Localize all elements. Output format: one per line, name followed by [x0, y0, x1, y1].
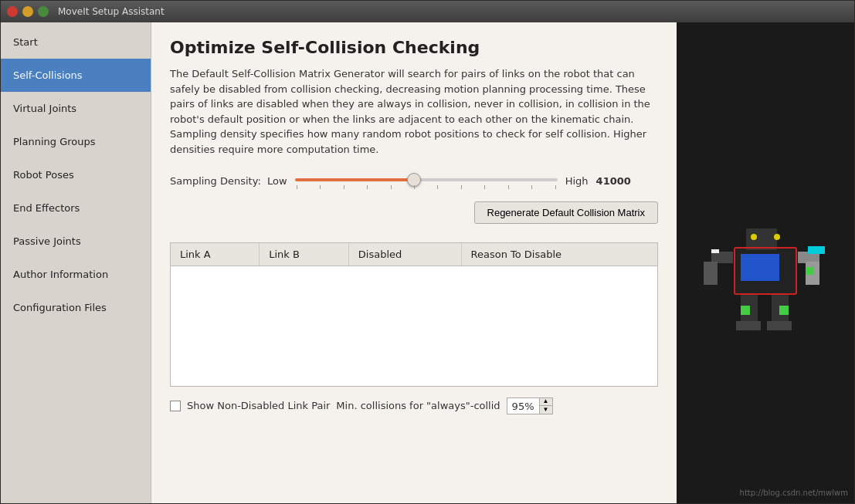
table-header-row: Link A Link B Disabled Reason To Disable — [171, 243, 657, 266]
table-empty-row — [171, 266, 657, 386]
svg-rect-2 — [746, 228, 777, 250]
svg-rect-1 — [741, 254, 779, 281]
spinner-value: 95% — [507, 398, 540, 414]
svg-rect-17 — [711, 249, 719, 253]
spinner-down-button[interactable]: ▼ — [540, 406, 552, 414]
robot-view: http://blog.csdn.net/mwlwm — [677, 22, 854, 503]
col-disabled: Disabled — [348, 243, 461, 266]
svg-rect-19 — [808, 246, 825, 254]
slider-label: Sampling Density: Low — [170, 175, 287, 187]
col-link-b: Link B — [260, 243, 349, 266]
svg-rect-13 — [806, 267, 813, 275]
window-title: MoveIt Setup Assistant — [58, 6, 165, 17]
sampling-density-slider[interactable] — [295, 178, 558, 181]
sidebar-item-configuration-files[interactable]: Configuration Files — [1, 291, 151, 324]
spinner: 95% ▲ ▼ — [507, 397, 553, 414]
checkbox-label: Show Non-Disabled Link Pair — [187, 400, 330, 411]
titlebar: MoveIt Setup Assistant — [1, 1, 854, 22]
min-collisions-label: Min. collisions for "always"-collid — [336, 400, 500, 411]
page-title: Optimize Self-Collision Checking — [170, 38, 658, 57]
watermark: http://blog.csdn.net/mwlwm — [740, 489, 848, 497]
sidebar-item-author-information[interactable]: Author Information — [1, 258, 151, 291]
close-button[interactable] — [7, 6, 18, 17]
svg-rect-9 — [736, 321, 761, 330]
slider-value: 41000 — [596, 175, 635, 187]
description-text: The Default Self-Collision Matrix Genera… — [170, 66, 658, 157]
svg-point-14 — [751, 234, 757, 240]
robot-svg — [688, 186, 843, 340]
collision-table: Link A Link B Disabled Reason To Disable — [170, 242, 658, 387]
maximize-button[interactable] — [38, 6, 49, 17]
svg-rect-10 — [767, 321, 792, 330]
svg-rect-12 — [779, 306, 789, 315]
minimize-button[interactable] — [22, 6, 33, 17]
sidebar-item-planning-groups[interactable]: Planning Groups — [1, 125, 151, 158]
sidebar-item-self-collisions[interactable]: Self-Collisions — [1, 59, 151, 92]
svg-rect-4 — [704, 262, 718, 285]
main-content: Optimize Self-Collision Checking The Def… — [151, 22, 677, 503]
slider-high-label: High — [565, 175, 589, 187]
col-link-a: Link A — [171, 243, 260, 266]
sidebar-item-passive-joints[interactable]: Passive Joints — [1, 225, 151, 258]
main-window: MoveIt Setup Assistant Start Self-Collis… — [0, 0, 855, 504]
svg-rect-11 — [741, 306, 750, 315]
sidebar-item-virtual-joints[interactable]: Virtual Joints — [1, 92, 151, 125]
sidebar-item-robot-poses[interactable]: Robot Poses — [1, 158, 151, 191]
svg-point-15 — [774, 234, 780, 240]
bottom-row: Show Non-Disabled Link Pair Min. collisi… — [170, 397, 658, 414]
show-non-disabled-checkbox[interactable] — [170, 401, 181, 411]
regen-row: Regenerate Default Collision Matrix — [170, 201, 658, 233]
spinner-up-button[interactable]: ▲ — [540, 398, 552, 406]
svg-rect-3 — [711, 252, 733, 263]
sampling-density-row: Sampling Density: Low High 41000 — [170, 172, 658, 189]
sidebar: Start Self-Collisions Virtual Joints Pla… — [1, 22, 151, 503]
col-reason: Reason To Disable — [461, 243, 657, 266]
regen-button[interactable]: Regenerate Default Collision Matrix — [474, 201, 658, 224]
slider-container — [295, 172, 558, 189]
content-area: Start Self-Collisions Virtual Joints Pla… — [1, 22, 854, 503]
robot-canvas — [677, 22, 854, 503]
sidebar-item-start[interactable]: Start — [1, 25, 151, 59]
sidebar-item-end-effectors[interactable]: End Effectors — [1, 191, 151, 225]
table-body — [171, 266, 657, 386]
spinner-buttons: ▲ ▼ — [540, 398, 552, 414]
